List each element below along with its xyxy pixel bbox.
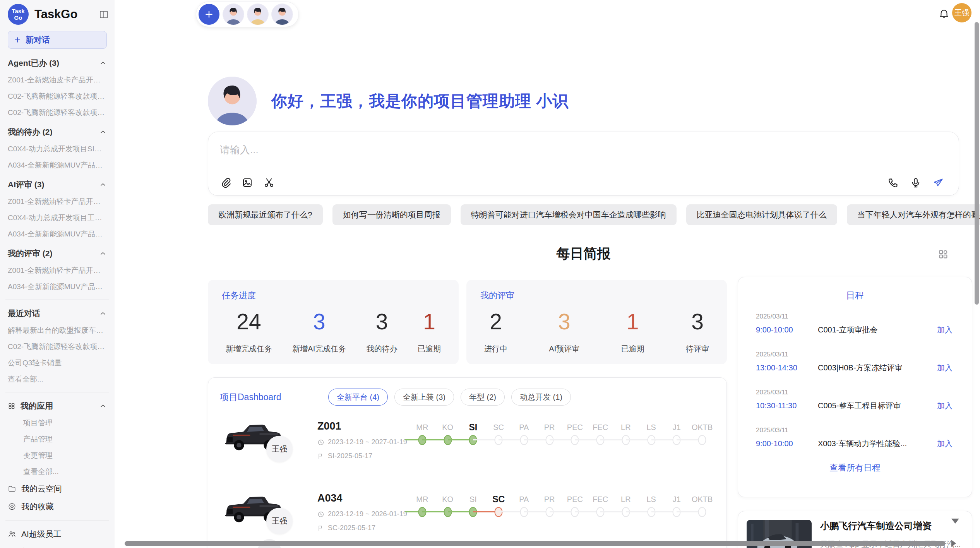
- mic-icon[interactable]: [910, 177, 922, 188]
- milestone-dot[interactable]: [698, 435, 706, 445]
- stat-value: 3: [376, 311, 388, 333]
- star-badge-icon: [8, 502, 16, 511]
- sidebar-section-header[interactable]: Agent已办 (3): [8, 54, 107, 72]
- chat-input[interactable]: [220, 141, 762, 158]
- milestone-stop: LS: [639, 493, 664, 519]
- schedule-item-main: 9:00-10:00C001-立项审批会加入: [756, 325, 953, 335]
- schedule-name: X003-车辆动力学性能验...: [818, 438, 937, 449]
- view-all-schedule-link[interactable]: 查看所有日程: [738, 462, 972, 474]
- milestone-dot[interactable]: [698, 507, 706, 517]
- suggestion-chip[interactable]: 欧洲新规最近颁布了什么?: [208, 204, 323, 225]
- paperclip-icon[interactable]: [220, 177, 231, 188]
- sidebar-item-star-badge[interactable]: 我的收藏: [8, 498, 107, 515]
- filter-pill[interactable]: 全新上装 (3): [394, 389, 454, 406]
- filter-pill[interactable]: 动总开发 (1): [511, 389, 571, 406]
- sidebar-item[interactable]: C0X4-动力总成开发项目SI里程碑提交物检查: [8, 141, 107, 157]
- phone-icon[interactable]: [887, 177, 899, 188]
- horizontal-scrollbar[interactable]: [125, 541, 945, 546]
- sidebar-item-folder[interactable]: 我的云空间: [8, 480, 107, 498]
- dashboard-title: 项目Dashboard: [220, 391, 328, 403]
- milestone-stop: MR: [409, 421, 435, 447]
- member-avatar[interactable]: [272, 4, 293, 25]
- sidebar-section-header[interactable]: 我的应用: [8, 397, 107, 415]
- layout-grid-icon[interactable]: [937, 248, 949, 260]
- user-avatar[interactable]: 王强: [952, 3, 971, 22]
- sidebar-item[interactable]: 公司Q3轻卡销量: [8, 355, 107, 371]
- sidebar-item[interactable]: Z001-全新燃油皮卡产品开发项目SI节点Lesson Learn报告: [8, 72, 107, 88]
- sidebar-section-header[interactable]: 我的评审 (2): [8, 245, 107, 262]
- schedule-item-main: 13:00-14:30C003|H0B-方案冻结评审加入: [756, 363, 953, 373]
- schedule-item: 2025/03/1113:00-14:30C003|H0B-方案冻结评审加入: [738, 345, 972, 379]
- milestone-label: SI: [461, 421, 486, 433]
- conversation-members-pill: [196, 2, 299, 27]
- join-link[interactable]: 加入: [937, 401, 953, 411]
- sidebar-item[interactable]: A034-全新新能源MUV产品开发项目造型可行性评审: [8, 279, 107, 295]
- scissors-icon[interactable]: [263, 177, 275, 188]
- sidebar-item[interactable]: C02-飞腾新能源轻客改款项目的闭环通告反馈情况: [8, 339, 107, 355]
- schedule-item: 2025/03/1110:30-11:30C005-整车工程目标评审加入: [738, 383, 972, 417]
- add-member-button[interactable]: [199, 4, 219, 25]
- milestone-label: SC: [486, 493, 511, 505]
- new-chat-button[interactable]: 新对话: [8, 31, 107, 49]
- sidebar-section-title: 最近对话: [8, 308, 40, 319]
- milestone-label: KO: [435, 421, 461, 433]
- filter-pill[interactable]: 全新平台 (4): [328, 389, 388, 406]
- sidebar-item[interactable]: C02-飞腾新能源轻客改款项目里程碑画布: [8, 88, 107, 104]
- stat-block: 1已逾期: [418, 311, 441, 354]
- send-icon[interactable]: [932, 177, 944, 188]
- sidebar-item-label: 帮我写作: [21, 546, 107, 548]
- member-avatar[interactable]: [223, 4, 244, 25]
- suggestion-chip[interactable]: 特朗普可能对进口汽车增税会对中国车企造成哪些影响: [461, 204, 677, 225]
- vertical-scrollbar[interactable]: [975, 22, 979, 305]
- join-link[interactable]: 加入: [937, 325, 953, 335]
- sidebar-item[interactable]: Z001-全新燃油轻卡产品开发项目SI造型提交物评审: [8, 194, 107, 210]
- sidebar-item[interactable]: 查看全部...: [8, 371, 107, 387]
- milestone-stop: SC: [486, 493, 511, 519]
- app-title: TaskGo: [34, 7, 99, 21]
- milestone-stop: SC: [486, 421, 511, 447]
- sidebar-item[interactable]: A034-全新新能源MUV产品开发项目计划变更表编写: [8, 157, 107, 173]
- sidebar-header: Task Go TaskGo: [0, 0, 115, 25]
- suggestion-chip[interactable]: 比亚迪全固态电池计划具体说了什么: [686, 204, 837, 225]
- stat-block: 3新增AI完成任务: [292, 311, 346, 354]
- sidebar-tool[interactable]: AI超级员工: [8, 525, 107, 543]
- member-avatar[interactable]: [247, 4, 268, 25]
- collapse-sidebar-icon[interactable]: [99, 9, 109, 20]
- sidebar-item[interactable]: A034-全新新能源MUV产品开发项目法规符合性评审: [8, 226, 107, 242]
- sidebar-item[interactable]: C02-飞腾新能源轻客改款项目立项汇报方案: [8, 104, 107, 121]
- stat-value: 1: [423, 311, 435, 333]
- scroll-right-arrow[interactable]: [951, 540, 956, 547]
- image-icon[interactable]: [242, 177, 253, 188]
- sidebar-item[interactable]: 产品管理: [8, 431, 107, 447]
- project-row: 王强Z0012023-12-19 ~ 2027-01-19SI-2025-05-…: [220, 420, 715, 478]
- sidebar-section-title: Agent已办 (3): [8, 58, 59, 68]
- milestone-stop: PEC: [562, 421, 588, 447]
- sidebar-item[interactable]: Z001-全新燃油轻卡产品开发项目SI节点属性5D文件评审: [8, 262, 107, 279]
- schedule-date: 2025/03/11: [756, 426, 953, 434]
- join-link[interactable]: 加入: [937, 363, 953, 373]
- sidebar-item[interactable]: 变更管理: [8, 447, 107, 464]
- sidebar-section-header[interactable]: AI评审 (3): [8, 176, 107, 194]
- notification-bell-icon[interactable]: [938, 8, 950, 19]
- schedule-item-main: 10:30-11:30C005-整车工程目标评审加入: [756, 401, 953, 411]
- grid-icon: [8, 402, 15, 410]
- milestone-timeline: MRKOSISCPAPRPECFECLRLSJ1OKTB: [409, 491, 715, 519]
- sidebar-item[interactable]: 项目管理: [8, 415, 107, 431]
- sidebar-section-header[interactable]: 最近对话: [8, 305, 107, 322]
- join-link[interactable]: 加入: [937, 438, 953, 449]
- stat-block: 3AI预评审: [549, 311, 579, 354]
- sidebar-section-header[interactable]: 我的待办 (2): [8, 123, 107, 141]
- milestone-label: PR: [537, 493, 562, 505]
- flag-icon: [317, 525, 324, 532]
- sidebar-item[interactable]: 查看全部...: [8, 464, 107, 480]
- my-review-card: 我的评审2进行中3AI预评审1已逾期3待评审: [466, 280, 727, 364]
- sidebar-tool[interactable]: 帮我写作: [8, 543, 107, 548]
- news-title: 小鹏飞行汽车制造公司增资: [820, 520, 961, 532]
- suggestion-chip[interactable]: 当下年轻人对汽车外观有怎样的喜好趋势: [847, 204, 980, 225]
- scroll-down-arrow[interactable]: [951, 519, 959, 524]
- filter-pill[interactable]: 年型 (2): [461, 389, 505, 406]
- suggestion-chip[interactable]: 如何写一份清晰的项目周报: [332, 204, 451, 225]
- milestone-label: PEC: [562, 421, 588, 433]
- sidebar-item[interactable]: C0X4-动力总成开发项目工程变更评审: [8, 210, 107, 226]
- sidebar-item[interactable]: 解释最新出台的欧盟报废车法规再生塑料比例被调至15%...: [8, 322, 107, 339]
